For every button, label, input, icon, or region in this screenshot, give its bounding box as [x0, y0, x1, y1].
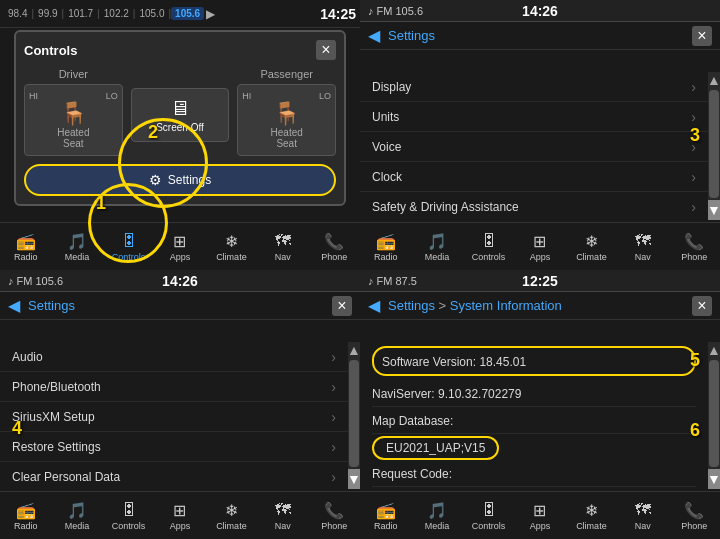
nav-nav-tr[interactable]: 🗺 Nav [625, 231, 661, 262]
freq-1056[interactable]: 105.6 [171, 7, 204, 20]
bottom-nav-bl: 📻 Radio 🎵 Media 🎛 Controls ⊞ Apps ❄ Clim… [0, 491, 360, 539]
radio-label-bl: Radio [14, 521, 38, 531]
freq-102[interactable]: 102.2 [100, 8, 133, 19]
nav-apps-tl[interactable]: ⊞ Apps [162, 231, 198, 262]
nav-controls-br[interactable]: 🎛 Controls [471, 500, 507, 531]
nav-nav-label-br: Nav [635, 521, 651, 531]
apps-label-tl: Apps [170, 252, 191, 262]
settings-item-siriusxm[interactable]: SiriusXM Setup › [0, 402, 348, 432]
settings-item-restore[interactable]: Restore Settings › [0, 432, 348, 462]
heated-seat-label-passenger: HeatedSeat [271, 127, 303, 149]
freq-105[interactable]: 105.0 [135, 8, 168, 19]
scroll-up-tr[interactable]: ▲ [707, 72, 720, 88]
nav-media-tl[interactable]: 🎵 Media [59, 231, 95, 262]
controls-title: Controls [24, 43, 77, 58]
screen-off-button[interactable]: 🖥 Screen Off [131, 88, 230, 142]
restore-label: Restore Settings [12, 440, 101, 454]
nav-phone-br[interactable]: 📞 Phone [676, 500, 712, 531]
media-icon-bl: 🎵 [65, 500, 89, 520]
nav-nav-tl[interactable]: 🗺 Nav [265, 231, 301, 262]
safety-label: Safety & Driving Assistance [372, 200, 519, 214]
top-bar-tr: ♪ FM 105.6 14:26 [360, 0, 720, 22]
nav-radio-bl[interactable]: 📻 Radio [8, 500, 44, 531]
freq-98[interactable]: 98.4 [4, 8, 31, 19]
freq-next-arrow[interactable]: ▶ [204, 7, 217, 21]
nav-controls-bl[interactable]: 🎛 Controls [111, 500, 147, 531]
back-button-tr[interactable]: ◀ [368, 26, 380, 45]
settings-item-phone-bt[interactable]: Phone/Bluetooth › [0, 372, 348, 402]
climate-label-tl: Climate [216, 252, 247, 262]
climate-icon-br: ❄ [579, 500, 603, 520]
nav-nav-bl[interactable]: 🗺 Nav [265, 500, 301, 531]
phone-bt-chevron: › [331, 379, 336, 395]
seat-hi-lo-driver: HI LO [29, 91, 118, 101]
freq-99[interactable]: 99.9 [34, 8, 61, 19]
nav-media-bl[interactable]: 🎵 Media [59, 500, 95, 531]
scroll-thumb-bl[interactable] [349, 360, 359, 467]
nav-radio-br[interactable]: 📻 Radio [368, 500, 404, 531]
settings-item-voice[interactable]: Voice › [360, 132, 708, 162]
driver-heated-seat-button[interactable]: HI LO 🪑 HeatedSeat [24, 84, 123, 156]
lo-label: LO [106, 91, 118, 101]
scroll-down-bl[interactable]: ▼ [348, 469, 360, 489]
mapdb-value-box: EU2021_UAP;V15 [372, 436, 499, 460]
nav-apps-tr[interactable]: ⊞ Apps [522, 231, 558, 262]
apps-label-bl: Apps [170, 521, 191, 531]
sysinfo-content: Software Version: 18.45.01 NaviServer: 9… [360, 342, 708, 489]
settings-item-units[interactable]: Units › [360, 102, 708, 132]
media-icon-br: 🎵 [425, 500, 449, 520]
scroll-thumb-br[interactable] [709, 360, 719, 467]
controls-icon-br: 🎛 [477, 500, 501, 520]
scroll-down-br[interactable]: ▼ [708, 469, 720, 489]
settings-item-clear[interactable]: Clear Personal Data › [0, 462, 348, 489]
panel-sysinfo: ♪ FM 87.5 12:25 ◀ Settings > System Info… [360, 270, 720, 539]
settings-item-audio[interactable]: Audio › [0, 342, 348, 372]
nav-climate-tl[interactable]: ❄ Climate [213, 231, 249, 262]
scroll-down-tr[interactable]: ▼ [708, 200, 720, 220]
close-button-br[interactable]: × [692, 296, 712, 316]
climate-icon-bl: ❄ [219, 500, 243, 520]
nav-controls-tr[interactable]: 🎛 Controls [471, 231, 507, 262]
nav-controls-tl[interactable]: 🎛 Controls [111, 231, 147, 262]
controls-label-br: Controls [472, 521, 506, 531]
units-chevron: › [691, 109, 696, 125]
nav-climate-bl[interactable]: ❄ Climate [213, 500, 249, 531]
settings-item-display[interactable]: Display › [360, 72, 708, 102]
scroll-up-bl[interactable]: ▲ [347, 342, 360, 358]
radio-icon-bl: 📻 [14, 500, 38, 520]
phone-label-bl: Phone [321, 521, 347, 531]
nav-media-tr[interactable]: 🎵 Media [419, 231, 455, 262]
back-button-br[interactable]: ◀ [368, 296, 380, 315]
nav-radio-tl[interactable]: 📻 Radio [8, 231, 44, 262]
hi-label: HI [29, 91, 38, 101]
breadcrumb-link[interactable]: Settings [388, 298, 435, 313]
close-button-tr[interactable]: × [692, 26, 712, 46]
nav-radio-tr[interactable]: 📻 Radio [368, 231, 404, 262]
spacer [131, 68, 230, 84]
nav-icon-bl: 🗺 [271, 500, 295, 520]
nav-apps-br[interactable]: ⊞ Apps [522, 500, 558, 531]
passenger-heated-seat-button[interactable]: HI LO 🪑 HeatedSeat [237, 84, 336, 156]
scrollbar-tr: ▲ ▼ [708, 72, 720, 220]
nav-climate-tr[interactable]: ❄ Climate [573, 231, 609, 262]
settings-button[interactable]: ⚙ Settings [24, 164, 336, 196]
nav-phone-tl[interactable]: 📞 Phone [316, 231, 352, 262]
back-button-bl[interactable]: ◀ [8, 296, 20, 315]
controls-label-tr: Controls [472, 252, 506, 262]
breadcrumb-br: Settings > System Information [388, 298, 562, 313]
settings-item-safety[interactable]: Safety & Driving Assistance › [360, 192, 708, 220]
controls-close-button[interactable]: × [316, 40, 336, 60]
gear-icon: ⚙ [149, 172, 162, 188]
scroll-thumb-tr[interactable] [709, 90, 719, 198]
nav-media-br[interactable]: 🎵 Media [419, 500, 455, 531]
close-button-bl[interactable]: × [332, 296, 352, 316]
freq-101[interactable]: 101.7 [64, 8, 97, 19]
nav-apps-bl[interactable]: ⊞ Apps [162, 500, 198, 531]
nav-nav-br[interactable]: 🗺 Nav [625, 500, 661, 531]
nav-phone-bl[interactable]: 📞 Phone [316, 500, 352, 531]
media-label-tr: Media [425, 252, 450, 262]
settings-item-clock[interactable]: Clock › [360, 162, 708, 192]
nav-climate-br[interactable]: ❄ Climate [573, 500, 609, 531]
scroll-up-br[interactable]: ▲ [707, 342, 720, 358]
nav-phone-tr[interactable]: 📞 Phone [676, 231, 712, 262]
